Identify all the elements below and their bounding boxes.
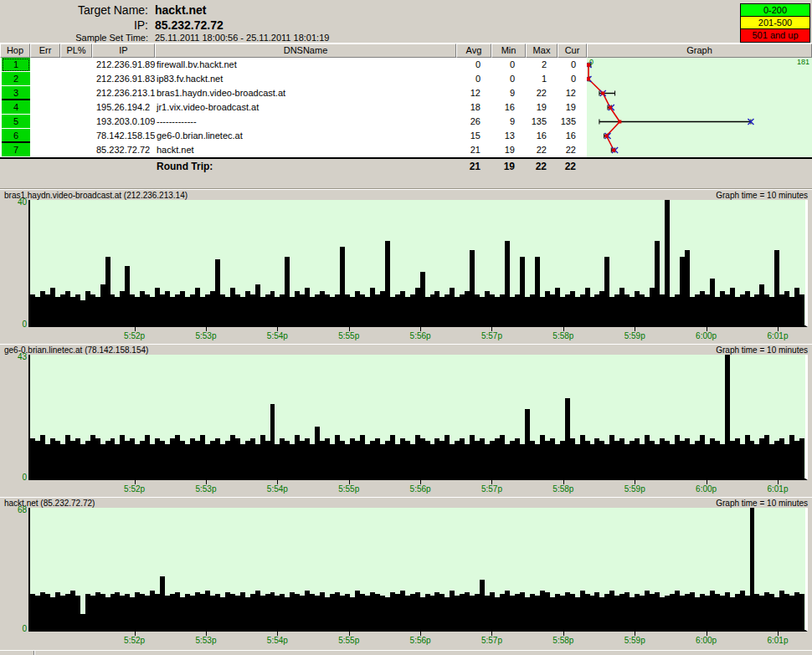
round-trip-max: 22 bbox=[526, 159, 558, 175]
min-cell: 19 bbox=[491, 143, 526, 157]
x-tick-label: 5:59p bbox=[624, 331, 645, 340]
graph2-time-range: Graph time = 10 minutes bbox=[716, 345, 808, 355]
graph3-ymax-label: 68 bbox=[5, 505, 27, 514]
max-cell: 1 bbox=[526, 72, 558, 86]
column-header-dnsname: DNSName bbox=[155, 43, 456, 58]
x-tick-label: 5:52p bbox=[124, 484, 145, 494]
column-header-min: Min bbox=[491, 43, 526, 58]
hop-number-cell: 4 bbox=[2, 100, 30, 115]
err-cell bbox=[30, 115, 60, 129]
column-header-graph: Graph bbox=[587, 43, 812, 58]
max-cell: 135 bbox=[526, 115, 558, 129]
graph1-x-axis: 5:52p5:53p5:54p5:55p5:56p5:57p5:58p5:59p… bbox=[28, 327, 808, 344]
ip-cell: 212.236.91.83 bbox=[92, 72, 155, 86]
dnsname-cell: hackt.net bbox=[155, 143, 456, 157]
x-tick-label: 5:56p bbox=[410, 636, 431, 645]
packet-loss-cell bbox=[60, 58, 92, 72]
target-name-value: hackt.net bbox=[155, 3, 206, 17]
summary-header: Target Name: hackt.net IP: 85.232.72.72 … bbox=[0, 0, 812, 43]
round-trip-cur: 22 bbox=[558, 159, 587, 175]
latency-bar bbox=[799, 294, 804, 326]
x-tick-label: 5:56p bbox=[410, 484, 431, 494]
graph3-x-axis: 5:52p5:53p5:54p5:55p5:56p5:57p5:58p5:59p… bbox=[28, 632, 808, 648]
section-gap bbox=[0, 175, 812, 189]
graph1-ymax-label: 40 bbox=[5, 197, 27, 207]
avg-cell: 0 bbox=[456, 72, 491, 86]
err-cell bbox=[30, 72, 60, 86]
dnsname-cell: ip83.fv.hackt.net bbox=[155, 72, 456, 86]
column-header-avg: Avg bbox=[456, 43, 491, 58]
status-bar-divider bbox=[33, 651, 35, 655]
avg-cell: 15 bbox=[456, 129, 491, 143]
packet-loss-cell bbox=[60, 100, 92, 115]
x-tick-label: 5:57p bbox=[481, 484, 502, 494]
round-trip-label: Round Trip: bbox=[155, 159, 456, 175]
legend-item-0: 0-200 bbox=[741, 4, 809, 17]
x-tick-label: 5:53p bbox=[195, 484, 216, 494]
dnsname-cell: bras1.haydn.video-broadcast.at bbox=[155, 86, 456, 100]
minigraph-scale-min: 0 bbox=[589, 58, 594, 66]
x-tick-label: 5:56p bbox=[410, 331, 431, 340]
hop-number-cell: 7 bbox=[2, 143, 30, 157]
graph1-plot-area: 40 0 bbox=[28, 200, 808, 327]
target-name-label: Target Name: bbox=[0, 3, 155, 17]
graph2-ymax-label: 43 bbox=[5, 352, 27, 361]
cur-cell: 16 bbox=[558, 129, 587, 143]
legend-item-2: 501 and up bbox=[741, 29, 809, 42]
graph1-ymin-label: 0 bbox=[5, 320, 27, 329]
x-tick-label: 5:58p bbox=[552, 331, 573, 340]
err-cell bbox=[30, 58, 60, 72]
graph1-time-range: Graph time = 10 minutes bbox=[716, 190, 808, 200]
timeline-graph-panel-2: ge6-0.brian.linetec.at (78.142.158.154) … bbox=[0, 344, 812, 497]
packet-loss-cell bbox=[60, 129, 92, 143]
column-header-pl: PL% bbox=[60, 43, 92, 58]
dnsname-cell: firewall.bv.hackt.net bbox=[155, 58, 456, 72]
max-cell: 16 bbox=[526, 129, 558, 143]
column-header-err: Err bbox=[30, 43, 60, 58]
avg-cell: 0 bbox=[456, 58, 491, 72]
ip-label: IP: bbox=[0, 18, 155, 32]
ip-value: 85.232.72.72 bbox=[155, 18, 224, 32]
x-tick-label: 5:54p bbox=[267, 331, 288, 340]
ip-cell: 212.236.213.14 bbox=[92, 86, 155, 100]
dnsname-cell: jr1.vix.video-broadcast.at bbox=[155, 100, 456, 115]
err-cell bbox=[30, 86, 60, 100]
hop-number-cell: 5 bbox=[2, 115, 30, 129]
min-cell: 13 bbox=[491, 129, 526, 143]
err-cell bbox=[30, 100, 60, 115]
packet-loss-cell bbox=[60, 72, 92, 86]
x-tick-label: 5:55p bbox=[338, 331, 359, 340]
latency-bar bbox=[799, 438, 804, 478]
ip-cell: 195.26.194.2 bbox=[92, 100, 155, 115]
packet-loss-cell bbox=[60, 143, 92, 157]
pingplotter-window: Target Name: hackt.net IP: 85.232.72.72 … bbox=[0, 0, 812, 655]
latency-color-legend: 0-200201-500501 and up bbox=[740, 3, 810, 43]
max-cell: 22 bbox=[526, 143, 558, 157]
err-cell bbox=[30, 143, 60, 157]
max-cell: 19 bbox=[526, 100, 558, 115]
timeline-graph-panel-3: hackt.net (85.232.72.72) Graph time = 10… bbox=[0, 497, 812, 648]
dnsname-cell: ge6-0.brian.linetec.at bbox=[155, 129, 456, 143]
x-tick-label: 5:52p bbox=[124, 636, 145, 645]
x-tick-label: 6:01p bbox=[767, 331, 788, 340]
graph3-time-range: Graph time = 10 minutes bbox=[716, 498, 808, 508]
round-trip-min: 19 bbox=[491, 159, 526, 175]
ip-cell: 193.203.0.109 bbox=[92, 115, 155, 129]
x-tick-label: 6:01p bbox=[767, 636, 788, 645]
cur-cell: 135 bbox=[558, 115, 587, 129]
x-tick-label: 5:53p bbox=[195, 636, 216, 645]
x-tick-label: 5:54p bbox=[267, 636, 288, 645]
avg-cell: 26 bbox=[456, 115, 491, 129]
hop-latency-minigraph: 0 181 bbox=[587, 58, 812, 157]
hop-number-cell: 1 bbox=[2, 58, 30, 72]
graph2-ymin-label: 0 bbox=[5, 473, 27, 482]
packet-loss-cell bbox=[60, 86, 92, 100]
column-header-max: Max bbox=[526, 43, 558, 58]
column-header-ip: IP bbox=[92, 43, 155, 58]
dnsname-cell: ------------- bbox=[155, 115, 456, 129]
min-cell: 0 bbox=[491, 72, 526, 86]
graph2-plot-area: 43 0 bbox=[28, 355, 808, 480]
status-bar bbox=[0, 650, 812, 655]
minigraph-scale-max: 181 bbox=[797, 58, 809, 66]
x-tick-label: 5:57p bbox=[481, 331, 502, 340]
